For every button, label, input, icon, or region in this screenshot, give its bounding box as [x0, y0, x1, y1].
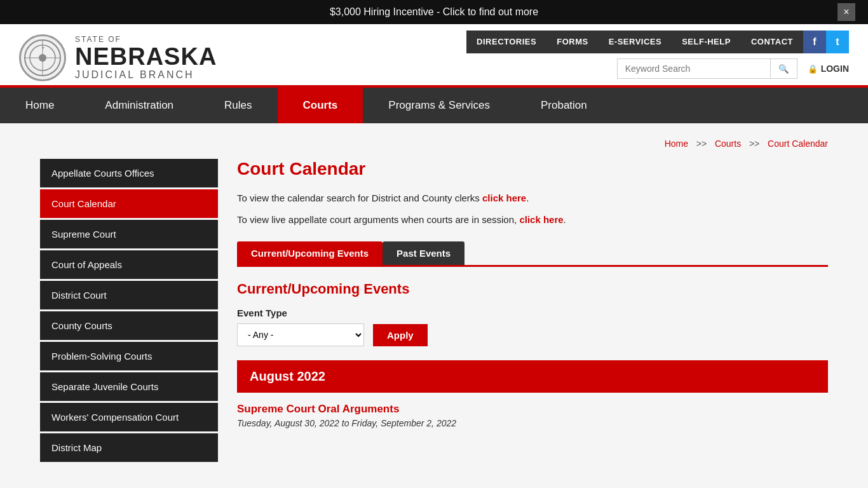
tabs: Current/Upcoming Events Past Events [237, 241, 828, 267]
sidebar-item-workers-compensation[interactable]: Workers' Compensation Court [40, 403, 218, 431]
main-content: Court Calendar To view the calendar sear… [237, 159, 828, 437]
nav-programs-services[interactable]: Programs & Services [363, 88, 515, 123]
breadcrumb-courts[interactable]: Courts [715, 139, 741, 149]
sidebar-item-court-of-appeals[interactable]: Court of Appeals [40, 250, 218, 279]
nav-probation[interactable]: Probation [515, 88, 613, 123]
sidebar: Appellate Courts Offices Court Calendar … [40, 159, 218, 464]
logo-image: ★ [19, 34, 66, 81]
intro-text-1-text: To view the calendar search for District… [237, 193, 482, 203]
click-here-1-link[interactable]: click here [482, 193, 526, 203]
event-date: Tuesday, August 30, 2022 to Friday, Sept… [237, 418, 828, 428]
breadcrumb-sep-1: >> [694, 139, 709, 149]
top-banner: $3,000 Hiring Incentive - Click to find … [0, 0, 868, 24]
click-here-2-link[interactable]: click here [519, 214, 563, 225]
twitter-icon[interactable]: t [826, 30, 849, 53]
nav-home[interactable]: Home [0, 88, 79, 123]
sidebar-item-problem-solving-courts[interactable]: Problem-Solving Courts [40, 342, 218, 370]
logo-area: ★ STATE OF NEBRASKA JUDICIAL BRANCH [19, 34, 217, 81]
search-login-area: 🔍 LOGIN [617, 58, 849, 85]
top-nav-contact[interactable]: CONTACT [741, 30, 803, 53]
tab-past-events[interactable]: Past Events [383, 241, 465, 265]
top-nav-selfhelp[interactable]: SELF-HELP [672, 30, 741, 53]
nav-administration[interactable]: Administration [79, 88, 199, 123]
nav-rules[interactable]: Rules [199, 88, 277, 123]
top-nav: DIRECTORIES FORMS E-SERVICES SELF-HELP C… [466, 30, 803, 53]
event-type-select[interactable]: - Any - Oral Arguments Other [237, 323, 364, 346]
intro-text-2: To view live appellate court arguments w… [237, 212, 828, 227]
intro-period-1: . [526, 193, 529, 203]
intro-text-1: To view the calendar search for District… [237, 191, 828, 206]
intro-text-2-text: To view live appellate court arguments w… [237, 214, 519, 225]
svg-text:★: ★ [41, 46, 44, 50]
event-title[interactable]: Supreme Court Oral Arguments [237, 403, 828, 416]
breadcrumb-court-calendar[interactable]: Court Calendar [768, 139, 828, 149]
sidebar-item-district-court[interactable]: District Court [40, 281, 218, 309]
month-header: August 2022 [237, 360, 828, 393]
header: ★ STATE OF NEBRASKA JUDICIAL BRANCH DIRE… [0, 24, 868, 88]
intro-period-2: . [564, 214, 566, 225]
nebraska-label: NEBRASKA [75, 44, 217, 69]
search-input[interactable] [618, 59, 770, 78]
top-nav-forms[interactable]: FORMS [546, 30, 598, 53]
apply-button[interactable]: Apply [373, 324, 428, 346]
svg-point-4 [39, 54, 46, 62]
banner-text: $3,000 Hiring Incentive - Click to find … [330, 6, 538, 17]
top-nav-directories[interactable]: DIRECTORIES [466, 30, 546, 53]
login-link[interactable]: LOGIN [808, 64, 849, 74]
sidebar-item-supreme-court[interactable]: Supreme Court [40, 220, 218, 248]
page-title: Court Calendar [237, 159, 828, 179]
header-right: DIRECTORIES FORMS E-SERVICES SELF-HELP C… [466, 30, 849, 85]
banner-close-button[interactable]: × [837, 3, 855, 21]
sidebar-item-appellate-courts-offices[interactable]: Appellate Courts Offices [40, 159, 218, 187]
event-item: Supreme Court Oral Arguments Tuesday, Au… [237, 403, 828, 428]
search-box: 🔍 [617, 58, 797, 79]
search-button[interactable]: 🔍 [770, 59, 797, 78]
sidebar-item-district-map[interactable]: District Map [40, 433, 218, 462]
nav-courts[interactable]: Courts [278, 88, 363, 123]
sidebar-item-court-calendar[interactable]: Court Calendar [40, 189, 218, 218]
tab-current-upcoming-events[interactable]: Current/Upcoming Events [237, 241, 383, 265]
section-heading: Current/Upcoming Events [237, 281, 828, 297]
content-wrapper: Home >> Courts >> Court Calendar Appella… [21, 123, 847, 483]
breadcrumb: Home >> Courts >> Court Calendar [40, 130, 828, 159]
top-nav-eservices[interactable]: E-SERVICES [599, 30, 672, 53]
facebook-icon[interactable]: f [803, 30, 826, 53]
judicial-branch-label: JUDICIAL BRANCH [75, 69, 217, 81]
sidebar-item-separate-juvenile-courts[interactable]: Separate Juvenile Courts [40, 372, 218, 401]
sidebar-item-county-courts[interactable]: County Courts [40, 311, 218, 340]
event-type-label: Event Type [237, 308, 828, 318]
breadcrumb-home[interactable]: Home [665, 139, 688, 149]
two-col-layout: Appellate Courts Offices Court Calendar … [40, 159, 828, 464]
main-nav: Home Administration Rules Courts Program… [0, 88, 868, 123]
event-form: - Any - Oral Arguments Other Apply [237, 323, 828, 346]
breadcrumb-sep-2: >> [747, 139, 762, 149]
logo-text: STATE OF NEBRASKA JUDICIAL BRANCH [75, 35, 217, 81]
